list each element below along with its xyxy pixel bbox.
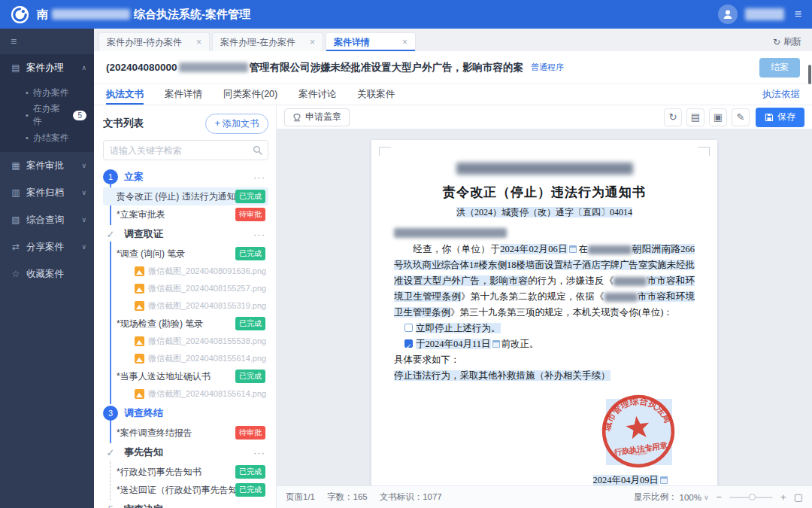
sidebar-subitem-label: 办结案件 xyxy=(33,132,69,144)
signature-icon[interactable]: ✎ xyxy=(732,108,750,126)
user-avatar[interactable] xyxy=(718,5,738,24)
bullet-icon: • xyxy=(26,133,29,142)
main-area: 案件办理-待办案件×案件办理-在办案件×案件详情× ↻ 刷新 (20240408… xyxy=(94,29,812,508)
viewer-toolbar-icons: ↻▤▣✎ xyxy=(664,108,750,126)
ellipsis-menu-icon[interactable]: ··· xyxy=(253,229,265,240)
search-input[interactable] xyxy=(103,140,268,160)
document-row[interactable]: *当事人送达地址确认书已完成 xyxy=(103,367,268,385)
status-badge: 已完成 xyxy=(235,190,265,203)
check-icon: ✓ xyxy=(103,227,118,242)
attachment-row[interactable]: 微信截图_20240408155538.png xyxy=(103,333,268,350)
section-header: 5审查决定··· xyxy=(103,499,268,508)
ellipsis-menu-icon[interactable]: ··· xyxy=(253,172,265,183)
checkbox-unchecked[interactable] xyxy=(404,324,413,332)
doc-identifier: 文书标识：1077 xyxy=(380,491,442,503)
doc-text-line: 于2024年04月11日前改正。 xyxy=(394,336,695,352)
zoom-slider-thumb[interactable] xyxy=(749,494,756,500)
doc-text: 立即停止上述行为。 xyxy=(416,323,501,333)
zoom-in-button[interactable]: + xyxy=(780,491,786,503)
sidebar-item-1[interactable]: ▦案件审批∨ xyxy=(0,152,94,179)
subtab-2[interactable]: 同类案件(20) xyxy=(223,84,277,105)
doc-text: 具体要求如下： xyxy=(394,354,460,365)
calendar-icon xyxy=(660,476,668,484)
vertical-scrollbar[interactable] xyxy=(808,65,811,84)
sidebar-item-0[interactable]: ▤案件办理∧ xyxy=(0,54,94,81)
sidebar-subitem-0-1[interactable]: •在办案件5 xyxy=(0,104,94,126)
sidebar-collapse-icon[interactable]: ≡ xyxy=(0,29,94,54)
add-document-button[interactable]: + 添加文书 xyxy=(205,114,268,134)
section-header: ✓调查取证··· xyxy=(103,224,268,245)
doc-text-line: 立即停止上述行为。 xyxy=(394,321,695,336)
image-file-icon xyxy=(135,301,144,311)
printer-icon[interactable]: ▣ xyxy=(709,108,727,126)
sidebar-subitem-0-0[interactable]: •待办案件 xyxy=(0,81,94,104)
zoom-select[interactable]: 显示比例：100% ∨ xyxy=(634,491,709,503)
zoom-controls: 显示比例：100% ∨ − + ▢ xyxy=(634,491,803,503)
sidebar-item-2[interactable]: ▥案件归档∨ xyxy=(0,179,94,206)
refresh-icon[interactable]: ↻ xyxy=(664,108,682,126)
page-corner-mark xyxy=(379,147,391,156)
image-file-icon xyxy=(135,266,144,276)
zoom-label: 显示比例： xyxy=(634,491,677,503)
document-row[interactable]: *行政处罚事先告知书已完成 xyxy=(103,463,268,481)
doc-body: 经查，你（单位）于2024年02月06日在朝阳洲南路266号玖玖商业综合体1#楼… xyxy=(394,242,695,384)
calendar-icon xyxy=(492,340,500,348)
document-label: *现场检查 (勘验) 笔录 xyxy=(117,318,203,330)
document-row[interactable]: *调查 (询问) 笔录已完成 xyxy=(103,245,268,263)
subtab-4[interactable]: 关联案件 xyxy=(357,84,395,105)
sidebar-group-4: ⇄分享案件∨ xyxy=(0,233,94,260)
doc-section-0: 1立案···责令改正 (停止) 违法行为通知书已完成*立案审批表待审批 xyxy=(103,166,268,224)
sidebar-item-5[interactable]: ☆收藏案件 xyxy=(0,260,94,287)
close-icon[interactable]: × xyxy=(310,37,315,47)
document-label: *送达回证（行政处罚事先告知书） xyxy=(117,484,235,497)
document-row[interactable]: *现场检查 (勘验) 笔录已完成 xyxy=(103,315,268,333)
subtab-0[interactable]: 执法文书 xyxy=(106,84,144,105)
sidebar: ≡ ▤案件办理∧•待办案件•在办案件5•办结案件▦案件审批∨▥案件归档∨▧综合查… xyxy=(0,29,94,508)
doc-check-icon[interactable]: ▤ xyxy=(686,108,704,126)
document-row[interactable]: *案件调查终结报告待审批 xyxy=(103,424,268,442)
menu-item-icon: ▧ xyxy=(11,214,21,225)
save-icon xyxy=(765,113,774,122)
attachment-row[interactable]: 微信截图_20240408155319.png xyxy=(103,297,268,315)
doc-text: 前改正。 xyxy=(501,339,539,349)
document-row[interactable]: *立案审批表待审批 xyxy=(103,205,268,224)
close-case-button[interactable]: 结案 xyxy=(759,58,800,78)
request-seal-button[interactable]: 申请盖章 xyxy=(284,108,350,126)
checkbox-checked[interactable] xyxy=(404,339,413,348)
attachment-row[interactable]: 微信截图_20240408155614.png xyxy=(103,385,268,403)
document-row[interactable]: 责令改正 (停止) 违法行为通知书已完成 xyxy=(103,187,268,205)
hamburger-icon[interactable]: ≡ xyxy=(795,8,801,21)
sidebar-item-4[interactable]: ⇄分享案件∨ xyxy=(0,233,94,260)
close-icon[interactable]: × xyxy=(402,37,408,47)
attachment-row[interactable]: 微信截图_20240408155614.png xyxy=(103,350,268,367)
attachment-row[interactable]: 微信截图_20240408155257.png xyxy=(103,280,268,297)
tab-0[interactable]: 案件办理-待办案件× xyxy=(98,32,210,51)
sidebar-item-3[interactable]: ▧综合查询∨ xyxy=(0,206,94,233)
refresh-button[interactable]: ↻ 刷新 xyxy=(773,32,801,51)
close-icon[interactable]: × xyxy=(196,37,201,47)
zoom-out-button[interactable]: − xyxy=(717,491,723,503)
save-button[interactable]: 保存 xyxy=(756,108,804,127)
tab-1[interactable]: 案件办理-在办案件× xyxy=(212,32,323,51)
subtab-1[interactable]: 案件详情 xyxy=(165,84,202,105)
ellipsis-menu-icon[interactable]: ··· xyxy=(253,504,265,508)
document-row[interactable]: *送达回证（行政处罚事先告知书）已完成 xyxy=(103,481,268,499)
page-corner-mark xyxy=(698,147,710,156)
section-header: 1立案··· xyxy=(103,166,268,187)
law-basis-link[interactable]: 执法依据 xyxy=(762,84,800,105)
doc-section-3: ✓事先告知···*行政处罚事先告知书已完成*送达回证（行政处罚事先告知书）已完成 xyxy=(103,442,268,499)
zoom-slider[interactable] xyxy=(729,497,773,498)
attachment-row[interactable]: 微信截图_20240408091636.png xyxy=(103,263,268,280)
tab-2[interactable]: 案件详情× xyxy=(326,32,416,51)
status-badge: 待审批 xyxy=(235,426,265,440)
document-number: 洪（2024）城责停（改）通字〔直四〕04014 xyxy=(394,206,695,219)
refresh-label: 刷新 xyxy=(783,35,801,48)
subtab-3[interactable]: 案件讨论 xyxy=(298,84,336,105)
app-title: 南 综合执法系统-案件管理 xyxy=(37,8,250,22)
redacted-text xyxy=(588,245,632,254)
ellipsis-menu-icon[interactable]: ··· xyxy=(253,447,265,458)
fit-screen-icon[interactable]: ▢ xyxy=(794,491,803,503)
status-badge: 已完成 xyxy=(235,317,265,330)
sidebar-subitem-0-2[interactable]: •办结案件 xyxy=(0,126,94,149)
tab-label: 案件办理-待办案件 xyxy=(107,36,182,49)
